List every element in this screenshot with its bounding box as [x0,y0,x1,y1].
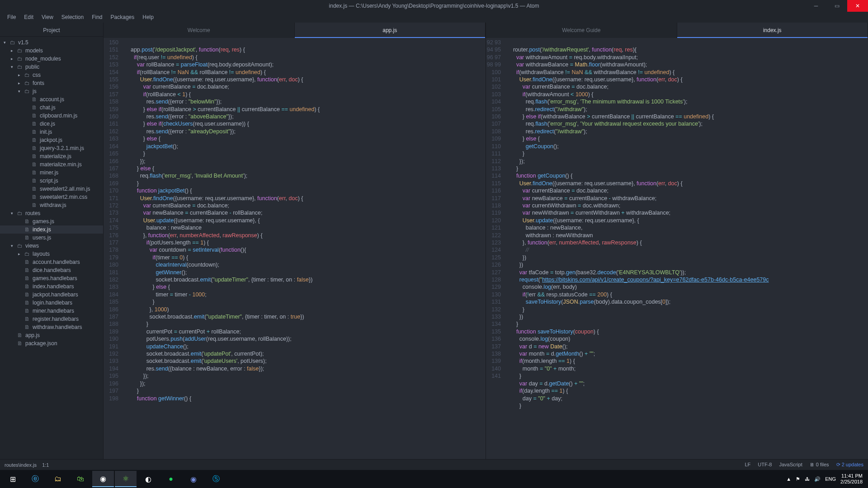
chrome-icon[interactable]: ◉ [92,471,114,487]
tab-index-js[interactable]: index.js [677,23,868,38]
tree-item-models[interactable]: ▸🗀models [0,47,103,55]
code-lines-left: app.post('/depositJackpot', function(req… [124,38,486,459]
tree-item-fonts[interactable]: ▸🗀fonts [0,79,103,87]
minimize-button[interactable]: ─ [806,0,826,12]
tree-item-script-js[interactable]: 🗎script.js [0,177,103,185]
tree-item-index-handlebars[interactable]: 🗎index.handlebars [0,282,103,291]
store-icon[interactable]: 🛍 [70,471,91,487]
tree-item-miner-js[interactable]: 🗎miner.js [0,169,103,177]
tab-app-js[interactable]: app.js [295,23,486,38]
close-button[interactable]: ✕ [847,0,868,12]
tree-item-games-handlebars[interactable]: 🗎games.handlebars [0,274,103,282]
tree-item-withdraw-handlebars[interactable]: 🗎withdraw.handlebars [0,323,103,331]
file-tree: ▾🗀v1.5▸🗀models▸🗀node_modules▾🗀public▸🗀cs… [0,37,103,349]
tree-item-app-js[interactable]: 🗎app.js [0,331,103,339]
titlebar: index.js — C:\Users\Andy Young\Desktop\P… [0,0,868,12]
menu-packages[interactable]: Packages [107,13,138,21]
tree-item-js[interactable]: ▾🗀js [0,87,103,95]
steam-icon[interactable]: ◐ [137,471,159,487]
code-lines-right: router.post('/withdrawRequest', function… [506,38,868,459]
status-updates[interactable]: ⟳ 2 updates [836,462,863,468]
sidebar: Project ▾🗀v1.5▸🗀models▸🗀node_modules▾🗀pu… [0,23,103,459]
tree-item-index-js[interactable]: 🗎index.js [0,225,103,234]
discord-icon[interactable]: ◉ [183,471,204,487]
tree-item-jackpot-js[interactable]: 🗎jackpot.js [0,136,103,144]
tree-item-games-js[interactable]: 🗎games.js [0,217,103,225]
menu-selection[interactable]: Selection [58,13,87,21]
status-file[interactable]: routes\index.js [5,462,37,468]
tree-item-sweetalert2-min-css[interactable]: 🗎sweetalert2.min.css [0,193,103,201]
tray-volume-icon[interactable]: 🔊 [814,476,821,482]
tree-item-jquery-3-2-1-min-js[interactable]: 🗎jquery-3.2.1.min.js [0,144,103,152]
code-editor-left[interactable]: 150 151 152 153 154 155 156 157 158 159 … [104,38,486,459]
tray-language[interactable]: ENG [825,476,836,482]
gutter-right: 92 93 94 95 96 97 98 99 100 101 102 103 … [486,38,506,459]
explorer-icon[interactable]: 🗂 [47,471,69,487]
tree-item-chat-js[interactable]: 🗎chat.js [0,103,103,112]
tree-item-layouts[interactable]: ▸🗀layouts [0,250,103,258]
tree-item-register-handlebars[interactable]: 🗎register.handlebars [0,315,103,323]
tree-item-jackpot-handlebars[interactable]: 🗎jackpot.handlebars [0,291,103,299]
tree-item-users-js[interactable]: 🗎users.js [0,234,103,242]
tree-item-package-json[interactable]: 🗎package.json [0,339,103,347]
atom-icon[interactable]: ⚛ [115,471,137,487]
menu-file[interactable]: File [4,13,19,21]
status-cursor[interactable]: 1:1 [42,462,49,468]
tab-welcome-guide[interactable]: Welcome Guide [486,23,677,38]
tab-welcome[interactable]: Welcome [104,23,295,38]
maximize-button[interactable]: ▭ [826,0,847,12]
gutter-left: 150 151 152 153 154 155 156 157 158 159 … [104,38,124,459]
tree-item-miner-handlebars[interactable]: 🗎miner.handlebars [0,307,103,315]
editor-pane-right: Welcome Guideindex.js 92 93 94 95 96 97 … [486,23,868,459]
ie-icon[interactable]: ⓔ [24,471,46,487]
statusbar: routes\index.js 1:1 LF UTF-8 JavaScript … [0,459,868,470]
tree-item-account-js[interactable]: 🗎account.js [0,95,103,103]
tree-item-v1-5[interactable]: ▾🗀v1.5 [0,38,103,47]
window-title: index.js — C:\Users\Andy Young\Desktop\P… [329,3,539,9]
tree-item-node-modules[interactable]: ▸🗀node_modules [0,55,103,63]
tray-clock[interactable]: 11:41 PM 2/25/2018 [840,473,863,485]
sidebar-header: Project [0,24,103,37]
tree-item-login-handlebars[interactable]: 🗎login.handlebars [0,299,103,307]
tree-item-materialize-js[interactable]: 🗎materialize.js [0,152,103,160]
tree-item-views[interactable]: ▾🗀views [0,242,103,250]
status-line-ending[interactable]: LF [745,462,750,468]
tree-item-clipboard-min-js[interactable]: 🗎clipboard.min.js [0,112,103,120]
tree-item-routes[interactable]: ▾🗀routes [0,209,103,217]
menu-edit[interactable]: Edit [20,13,37,21]
tree-item-dice-js[interactable]: 🗎dice.js [0,120,103,128]
spotify-icon[interactable]: ● [160,471,182,487]
tree-item-withdraw-js[interactable]: 🗎withdraw.js [0,201,103,209]
start-button[interactable]: ⊞ [2,471,24,487]
status-files[interactable]: 🗎 0 files [810,462,829,468]
menubar: FileEditViewSelectionFindPackagesHelp [0,12,868,23]
menu-help[interactable]: Help [139,13,157,21]
tray-flag-icon[interactable]: ⚑ [796,476,800,482]
menu-view[interactable]: View [38,13,57,21]
tree-item-dice-handlebars[interactable]: 🗎dice.handlebars [0,266,103,274]
tray-network-icon[interactable]: 🖧 [805,476,810,482]
skype-icon[interactable]: Ⓢ [205,471,227,487]
tree-item-init-js[interactable]: 🗎init.js [0,128,103,136]
code-editor-right[interactable]: 92 93 94 95 96 97 98 99 100 101 102 103 … [486,38,868,459]
editor-pane-left: Welcomeapp.js 150 151 152 153 154 155 15… [103,23,486,459]
taskbar: ⊞ ⓔ 🗂 🛍 ◉ ⚛ ◐ ● ◉ Ⓢ ▲ ⚑ 🖧 🔊 ENG 11:41 PM… [0,470,868,488]
tree-item-materialize-min-js[interactable]: 🗎materialize.min.js [0,160,103,169]
status-language[interactable]: JavaScript [779,462,802,468]
tree-item-public[interactable]: ▾🗀public [0,63,103,71]
tree-item-account-handlebars[interactable]: 🗎account.handlebars [0,258,103,266]
tab-bar-right: Welcome Guideindex.js [486,23,868,38]
status-encoding[interactable]: UTF-8 [758,462,772,468]
tray-up-icon[interactable]: ▲ [786,476,791,482]
tree-item-css[interactable]: ▸🗀css [0,71,103,79]
tree-item-sweetalert2-all-min-js[interactable]: 🗎sweetalert2.all.min.js [0,185,103,193]
tab-bar-left: Welcomeapp.js [104,23,486,38]
menu-find[interactable]: Find [88,13,106,21]
